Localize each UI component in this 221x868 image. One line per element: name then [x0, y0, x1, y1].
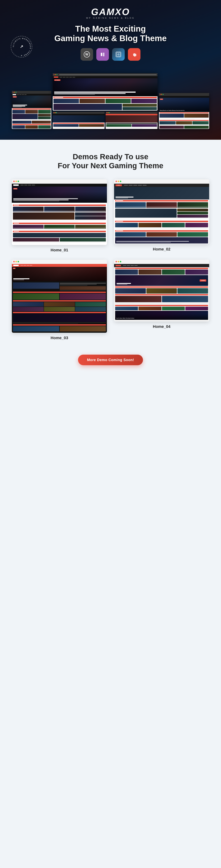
hero-screenshot-left: GAMING: [12, 91, 51, 129]
octopress-icon: [112, 48, 125, 61]
demo-item-2: GAMXO: [114, 179, 209, 252]
demo-item-3: TOP: [12, 260, 107, 340]
hero-screenshot-right: NEWS Beauty Brand is not Tackles Skincar…: [159, 93, 209, 129]
elementor-icon: [96, 48, 109, 61]
demo-label-1: Home_01: [50, 248, 68, 252]
svg-rect-4: [103, 53, 104, 54]
wordpress-icon: W: [80, 48, 93, 61]
demo-frame-4: GAMING: [114, 260, 209, 321]
svg-text:W: W: [85, 53, 88, 56]
svg-rect-5: [103, 54, 104, 55]
gear-icon: [128, 48, 141, 61]
hero-screenshot-center: TOP NEWS: [53, 73, 157, 129]
demos-section: Demos Ready To use For Your Next Gaming …: [0, 140, 221, 387]
svg-rect-3: [101, 53, 102, 56]
demo1-nav: [12, 184, 107, 187]
svg-rect-6: [103, 55, 104, 56]
demo-item-4: GAMING: [114, 260, 209, 340]
hero-title: The Most Exciting Gaming News & Blog The…: [54, 24, 167, 43]
hero-screenshots: GAMING: [12, 73, 209, 129]
cta-button[interactable]: More Demo Coming Soon!: [78, 354, 143, 365]
svg-point-10: [118, 54, 119, 55]
demo-frame-3: TOP: [12, 260, 107, 333]
hero-icons: W: [80, 48, 141, 61]
demo-label-2: Home_02: [153, 247, 171, 252]
demos-grid: NEWS: [12, 179, 209, 340]
hero-logo-text: GAMXO: [86, 7, 135, 17]
demo-frame-2: GAMXO: [114, 179, 209, 244]
demo-label-4: Home_04: [153, 324, 171, 329]
hero-logo-sub: WP GAMING NEWS & BLOG: [86, 17, 135, 19]
demo-frame-1: NEWS: [12, 179, 107, 245]
demos-title: Demos Ready To use For Your Next Gaming …: [7, 152, 214, 170]
demo-label-3: Home_03: [50, 336, 68, 340]
cta-container: More Demo Coming Soon!: [7, 351, 214, 376]
hero-section: ULTIMATE WORDPRESS THEME ★ ↗ GAMXO WP GA…: [0, 0, 221, 140]
rotating-badge: ULTIMATE WORDPRESS THEME ★ ↗: [11, 36, 32, 58]
demo-item-1: NEWS: [12, 179, 107, 252]
hero-logo: GAMXO WP GAMING NEWS & BLOG: [86, 7, 135, 19]
